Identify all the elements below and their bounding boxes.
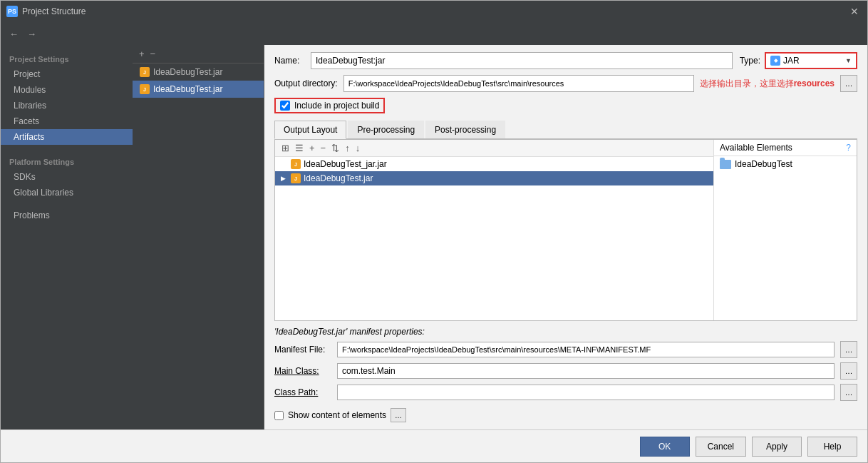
output-dir-row: Output directory: 选择输出目录，这里选择resources … [274, 75, 857, 92]
output-browse-button[interactable]: … [840, 75, 857, 92]
tab-output-layout[interactable]: Output Layout [274, 121, 346, 139]
class-path-row: Class Path: … [274, 384, 857, 401]
artifact-list-item-2[interactable]: J IdeaDebugTest.jar [133, 81, 264, 98]
available-help-icon[interactable]: ? [846, 143, 851, 153]
sidebar-item-global-libraries[interactable]: Global Libraries [1, 185, 133, 200]
output-dir-label: Output directory: [274, 78, 338, 88]
ft-list-btn[interactable]: ☰ [293, 142, 306, 154]
main-class-label: Main Class: [274, 366, 331, 376]
jar-type-icon: ◆ [770, 56, 780, 66]
cancel-button[interactable]: Cancel [696, 437, 746, 457]
ft-remove-btn[interactable]: − [319, 142, 329, 154]
apply-button[interactable]: Apply [752, 437, 802, 457]
type-wrapper: Type: ◆ JAR ▼ [740, 52, 857, 69]
remove-artifact-button[interactable]: − [148, 48, 158, 60]
tab-pre-processing[interactable]: Pre-processing [348, 121, 424, 138]
dialog-title: Project Structure [22, 6, 86, 16]
main-class-browse-btn[interactable]: … [840, 362, 857, 380]
artifact-list-toolbar: + − [133, 45, 264, 63]
output-annotation: 选择输出目录，这里选择resources [700, 78, 835, 90]
available-elements-header: Available Elements ? [714, 140, 857, 156]
help-button[interactable]: Help [807, 437, 857, 457]
file-tree-panel: ⊞ ☰ + − ⇅ ↑ ↓ J IdeaDebugTest_jar.jar [275, 140, 714, 320]
manifest-section: 'IdeaDebugTest.jar' manifest properties:… [274, 321, 857, 405]
manifest-file-label: Manifest File: [274, 345, 331, 355]
class-path-input[interactable] [337, 385, 835, 400]
jar-icon-1: J [140, 67, 150, 77]
jar-icon-2: J [140, 84, 150, 94]
file-tree-toolbar: ⊞ ☰ + − ⇅ ↑ ↓ [275, 140, 713, 157]
sidebar-item-modules[interactable]: Modules [1, 82, 133, 98]
sidebar-item-facets[interactable]: Facets [1, 113, 133, 129]
sidebar: Project Settings Project Modules Librari… [1, 45, 133, 429]
ft-down-btn[interactable]: ↓ [353, 142, 363, 154]
ft-add-btn[interactable]: + [307, 142, 317, 154]
tab-post-processing[interactable]: Post-processing [425, 121, 505, 138]
output-dir-input[interactable] [343, 75, 694, 92]
show-content-row: Show content of elements … [274, 408, 857, 422]
project-structure-icon: PS [6, 6, 18, 17]
show-content-checkbox[interactable] [274, 411, 284, 420]
name-input[interactable] [311, 52, 733, 69]
ft-arrows-btn[interactable]: ⇅ [329, 142, 341, 154]
close-icon[interactable]: ✕ [847, 4, 862, 19]
manifest-file-row: Manifest File: … [274, 341, 857, 358]
available-item-1[interactable]: IdeaDebugTest [714, 156, 857, 172]
forward-button[interactable]: → [24, 27, 39, 41]
main-content: Project Settings Project Modules Librari… [1, 45, 867, 429]
sidebar-item-sdks[interactable]: SDKs [1, 169, 133, 185]
project-structure-dialog: PS Project Structure ✕ ← → Project Setti… [0, 0, 868, 463]
add-artifact-button[interactable]: + [137, 48, 147, 60]
tree-item-2[interactable]: ▶ J IdeaDebugTest.jar [275, 171, 713, 185]
name-label: Name: [274, 56, 306, 66]
type-value: JAR [783, 56, 842, 66]
content-area: ⊞ ☰ + − ⇅ ↑ ↓ J IdeaDebugTest_jar.jar [274, 139, 857, 321]
settings-panel: Name: Type: ◆ JAR ▼ Output directory [264, 45, 867, 429]
sidebar-item-artifacts[interactable]: Artifacts [1, 129, 133, 145]
available-panel: Available Elements ? IdeaDebugTest [714, 140, 857, 320]
tree-item-label-2: IdeaDebugTest.jar [304, 173, 373, 183]
class-path-browse-btn[interactable]: … [840, 384, 857, 401]
tree-item-1[interactable]: J IdeaDebugTest_jar.jar [275, 157, 713, 171]
artifact-list-panel: + − J IdeaDebugTest.jar J IdeaDebugTest.… [133, 45, 264, 429]
ok-button[interactable]: OK [640, 437, 690, 457]
sidebar-item-libraries[interactable]: Libraries [1, 98, 133, 113]
tabs-bar: Output Layout Pre-processing Post-proces… [274, 121, 857, 139]
toolbar-row: ← → [1, 22, 867, 45]
ft-up-btn[interactable]: ↑ [343, 142, 352, 154]
ft-grid-btn[interactable]: ⊞ [279, 142, 291, 154]
type-select[interactable]: ◆ JAR ▼ [765, 52, 857, 69]
show-content-label[interactable]: Show content of elements [288, 410, 386, 420]
include-build-label[interactable]: Include in project build [294, 101, 379, 111]
back-button[interactable]: ← [6, 27, 21, 41]
type-dropdown-arrow: ▼ [845, 57, 852, 64]
sidebar-item-project[interactable]: Project [1, 66, 133, 82]
name-type-row: Name: Type: ◆ JAR ▼ [274, 52, 857, 69]
tree-arrow-2: ▶ [281, 175, 288, 182]
folder-icon [720, 160, 731, 169]
main-class-row: Main Class: … [274, 362, 857, 380]
available-item-label-1: IdeaDebugTest [735, 159, 792, 169]
show-content-browse-btn[interactable]: … [391, 408, 406, 422]
manifest-browse-btn[interactable]: … [840, 341, 857, 358]
class-path-label: Class Path: [274, 387, 331, 397]
type-label: Type: [740, 56, 760, 66]
jar-tree-icon-1: J [291, 159, 301, 169]
tree-item-label-1: IdeaDebugTest_jar.jar [304, 159, 387, 169]
include-build-checkbox[interactable] [280, 101, 290, 111]
sidebar-item-problems[interactable]: Problems [1, 208, 133, 223]
platform-settings-header: Platform Settings [1, 152, 133, 169]
title-bar: PS Project Structure ✕ [1, 1, 867, 22]
title-bar-left: PS Project Structure [6, 6, 86, 17]
manifest-title: 'IdeaDebugTest.jar' manifest properties: [274, 327, 857, 337]
manifest-file-input[interactable] [337, 342, 835, 357]
bottom-bar: OK Cancel Apply Help [1, 429, 867, 462]
artifact-list-item-1[interactable]: J IdeaDebugTest.jar [133, 63, 264, 81]
main-class-input[interactable] [337, 363, 835, 379]
jar-tree-icon-2: J [291, 173, 301, 183]
artifact-split: + − J IdeaDebugTest.jar J IdeaDebugTest.… [133, 45, 867, 429]
include-build-wrapper: Include in project build [274, 98, 385, 113]
project-settings-header: Project Settings [1, 49, 133, 66]
